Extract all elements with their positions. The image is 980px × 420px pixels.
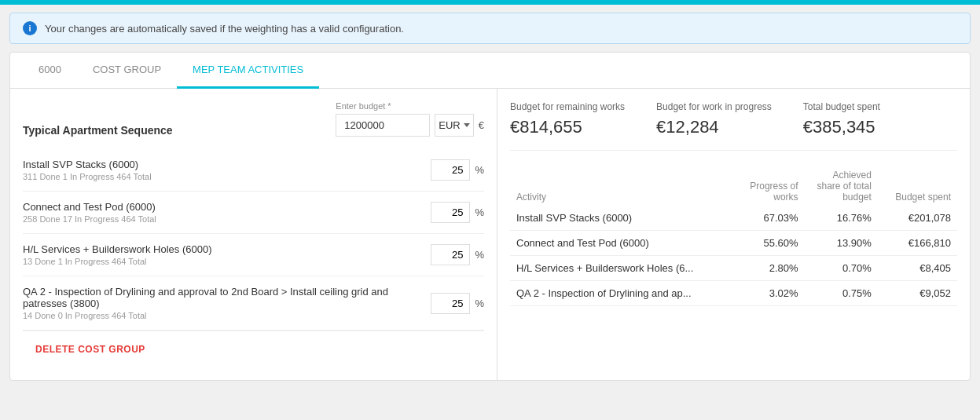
tab-mep-activities[interactable]: MEP TEAM ACTIVITIES xyxy=(177,53,319,89)
info-banner: i Your changes are automatically saved i… xyxy=(9,13,971,44)
activity-list: Install SVP Stacks (6000) 311 Done 1 In … xyxy=(23,149,484,331)
activity-item-0: Install SVP Stacks (6000) 311 Done 1 In … xyxy=(23,149,484,192)
table-cell-budget-2: €8,405 xyxy=(878,256,957,281)
tab-bar: 6000 COST GROUP MEP TEAM ACTIVITIES xyxy=(10,53,970,89)
th-progress: Progress of works xyxy=(731,166,804,206)
table-cell-progress-3: 3.02% xyxy=(731,281,804,306)
main-card: 6000 COST GROUP MEP TEAM ACTIVITIES Typi… xyxy=(9,52,971,381)
budget-row: EUR € xyxy=(336,114,484,137)
euro-symbol: € xyxy=(479,119,484,131)
table-cell-progress-0: 67.03% xyxy=(731,206,804,231)
sequence-header: Typical Apartment Sequence Enter budget … xyxy=(23,101,484,137)
activity-name-2: H/L Services + Builderswork Holes (6000) xyxy=(23,243,431,255)
percent-sign-0: % xyxy=(475,164,484,176)
weight-input-0[interactable] xyxy=(431,159,470,181)
table-cell-budget-3: €9,052 xyxy=(878,281,957,306)
activity-info-3: QA 2 - Inspection of Drylining and appro… xyxy=(23,286,431,320)
summary-label-2: Total budget spent xyxy=(803,101,880,112)
activity-sub-3: 14 Done 0 In Progress 464 Total xyxy=(23,311,431,320)
summary-label-1: Budget for work in progress xyxy=(656,101,772,112)
percent-sign-3: % xyxy=(475,298,484,309)
table-cell-activity-2: H/L Services + Builderswork Holes (6... xyxy=(510,256,731,281)
summary-item-2: Total budget spent €385,345 xyxy=(803,101,880,137)
weight-input-1[interactable] xyxy=(431,202,470,223)
budget-input[interactable] xyxy=(336,114,430,137)
activity-sub-1: 258 Done 17 In Progress 464 Total xyxy=(23,214,431,224)
table-cell-budget-1: €166,810 xyxy=(878,231,957,256)
delete-cost-group-button[interactable]: DELETE COST GROUP xyxy=(23,331,484,367)
summary-value-2: €385,345 xyxy=(803,117,880,137)
budget-label: Enter budget * xyxy=(336,101,391,111)
summary-item-0: Budget for remaining works €814,655 xyxy=(510,101,625,137)
summary-label-0: Budget for remaining works xyxy=(510,101,625,112)
table-row-2: H/L Services + Builderswork Holes (6... … xyxy=(510,256,957,281)
table-cell-achieved-3: 0.75% xyxy=(805,281,878,306)
activity-sub-0: 311 Done 1 In Progress 464 Total xyxy=(23,172,431,181)
table-cell-progress-2: 2.80% xyxy=(731,256,804,281)
activity-item-1: Connect and Test Pod (6000) 258 Done 17 … xyxy=(23,192,484,234)
budget-summary: Budget for remaining works €814,655 Budg… xyxy=(510,101,957,151)
activity-item-2: H/L Services + Builderswork Holes (6000)… xyxy=(23,234,484,276)
right-panel: Budget for remaining works €814,655 Budg… xyxy=(497,89,970,380)
activity-info-1: Connect and Test Pod (6000) 258 Done 17 … xyxy=(23,201,431,224)
summary-value-1: €12,284 xyxy=(656,117,772,137)
activity-name-3: QA 2 - Inspection of Drylining and appro… xyxy=(23,286,431,309)
top-bar xyxy=(0,0,980,5)
percent-sign-1: % xyxy=(475,206,484,218)
budget-input-area: Enter budget * EUR € xyxy=(336,101,484,137)
th-budget-spent: Budget spent xyxy=(878,166,957,206)
table-cell-activity-0: Install SVP Stacks (6000) xyxy=(510,206,731,231)
table-row-0: Install SVP Stacks (6000) 67.03% 16.76% … xyxy=(510,206,957,231)
tab-cost-group[interactable]: COST GROUP xyxy=(77,53,177,89)
summary-value-0: €814,655 xyxy=(510,117,625,137)
table-cell-progress-1: 55.60% xyxy=(731,231,804,256)
summary-item-1: Budget for work in progress €12,284 xyxy=(656,101,772,137)
activity-name-0: Install SVP Stacks (6000) xyxy=(23,159,431,170)
chevron-down-icon xyxy=(464,123,470,127)
table-row-3: QA 2 - Inspection of Drylining and ap...… xyxy=(510,281,957,306)
activity-item-3: QA 2 - Inspection of Drylining and appro… xyxy=(23,276,484,331)
currency-select[interactable]: EUR xyxy=(435,114,473,137)
activity-info-0: Install SVP Stacks (6000) 311 Done 1 In … xyxy=(23,159,431,181)
table-cell-achieved-0: 16.76% xyxy=(805,206,878,231)
table-cell-achieved-2: 0.70% xyxy=(805,256,878,281)
percent-sign-2: % xyxy=(475,249,484,261)
content-area: Typical Apartment Sequence Enter budget … xyxy=(10,89,970,380)
th-achieved: Achieved share of total budget xyxy=(805,166,878,206)
th-activity: Activity xyxy=(510,166,731,206)
info-text: Your changes are automatically saved if … xyxy=(45,23,404,35)
activity-sub-2: 13 Done 1 In Progress 464 Total xyxy=(23,257,431,266)
activity-table: Activity Progress of works Achieved shar… xyxy=(510,166,957,306)
info-icon: i xyxy=(23,21,37,35)
sequence-title: Typical Apartment Sequence xyxy=(23,124,336,137)
activity-info-2: H/L Services + Builderswork Holes (6000)… xyxy=(23,243,431,266)
left-panel: Typical Apartment Sequence Enter budget … xyxy=(10,89,497,380)
currency-label: EUR xyxy=(439,119,460,131)
tab-6000[interactable]: 6000 xyxy=(23,53,77,89)
weight-input-3[interactable] xyxy=(431,293,470,314)
table-cell-budget-0: €201,078 xyxy=(878,206,957,231)
activity-name-1: Connect and Test Pod (6000) xyxy=(23,201,431,213)
table-cell-activity-1: Connect and Test Pod (6000) xyxy=(510,231,731,256)
table-row-1: Connect and Test Pod (6000) 55.60% 13.90… xyxy=(510,231,957,256)
table-cell-activity-3: QA 2 - Inspection of Drylining and ap... xyxy=(510,281,731,306)
table-cell-achieved-1: 13.90% xyxy=(805,231,878,256)
weight-input-2[interactable] xyxy=(431,244,470,265)
